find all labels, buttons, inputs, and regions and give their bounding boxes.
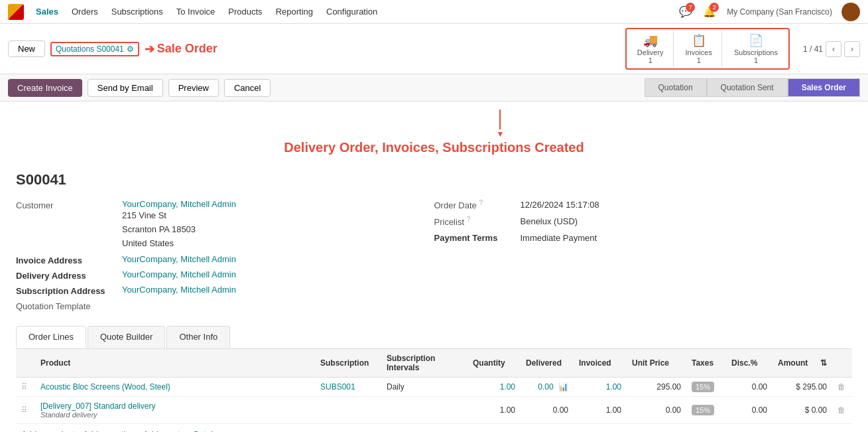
status-sales-order[interactable]: Sales Order bbox=[788, 78, 860, 97]
row1-delivered-value: 0.00 bbox=[538, 382, 553, 392]
customer-value[interactable]: YourCompany, Mitchell Admin bbox=[122, 199, 236, 209]
row2-invoiced: 1.00 bbox=[574, 397, 627, 424]
delete-icon[interactable]: 🗑 bbox=[837, 405, 845, 415]
address-line1: 215 Vine St bbox=[122, 209, 236, 223]
row2-subscription bbox=[315, 397, 381, 424]
nav-reporting[interactable]: Reporting bbox=[269, 0, 320, 24]
prev-page-button[interactable]: ‹ bbox=[826, 41, 841, 57]
form-grid: Customer YourCompany, Mitchell Admin 215… bbox=[16, 199, 852, 315]
col-header-invoiced: Invoiced bbox=[574, 349, 627, 378]
row2-product-link[interactable]: [Delivery_007] Standard delivery bbox=[40, 401, 310, 411]
toolbar-row: New Quotations S00041 ⚙ ➔ Sale Order 🚚 D… bbox=[0, 24, 868, 74]
row2-delete[interactable]: 🗑 bbox=[832, 397, 852, 424]
delivery-count: 1 bbox=[649, 56, 652, 64]
row2-quantity[interactable]: 1.00 bbox=[467, 397, 521, 424]
col-header-disc: Disc.% bbox=[726, 349, 773, 378]
delete-icon[interactable]: 🗑 bbox=[837, 382, 845, 392]
gear-icon[interactable]: ⚙ bbox=[127, 44, 134, 54]
cancel-button[interactable]: Cancel bbox=[224, 79, 271, 97]
payment-terms-value[interactable]: Immediate Payment bbox=[521, 233, 597, 243]
pagination: 1 / 41 ‹ › bbox=[803, 41, 860, 57]
pricelist-row: Pricelist ? Benelux (USD) bbox=[434, 216, 853, 227]
row2-sub-intervals bbox=[381, 397, 467, 424]
row1-amount: $ 295.00 bbox=[773, 378, 832, 397]
row2-amount: $ 0.00 bbox=[773, 397, 832, 424]
row2-handle[interactable]: ⠿ bbox=[16, 397, 35, 424]
sort-icon[interactable]: ⇅ bbox=[820, 358, 827, 368]
next-page-button[interactable]: › bbox=[844, 41, 860, 57]
invoices-label: Invoices bbox=[686, 48, 712, 56]
invoice-address-label: Invoice Address bbox=[16, 254, 122, 265]
sale-order-label: Sale Order bbox=[157, 42, 217, 56]
payment-terms-label: Payment Terms bbox=[434, 233, 521, 243]
create-invoice-button[interactable]: Create Invoice bbox=[8, 79, 82, 97]
nav-orders[interactable]: Orders bbox=[65, 0, 105, 24]
notifications-icon[interactable]: 🔔 2 bbox=[700, 3, 719, 21]
row1-tax-badge: 15% bbox=[692, 382, 714, 392]
row1-sub-link[interactable]: SUBS001 bbox=[320, 382, 355, 392]
row1-disc[interactable]: 0.00 bbox=[726, 378, 773, 397]
subscriptions-count: 1 bbox=[754, 56, 758, 64]
address-line2: Scranton PA 18503 bbox=[122, 223, 236, 237]
form-left: Customer YourCompany, Mitchell Admin 215… bbox=[16, 199, 434, 315]
row1-handle[interactable]: ⠿ bbox=[16, 378, 35, 397]
add-section-link[interactable]: Add a section bbox=[83, 429, 135, 432]
nav-sales[interactable]: Sales bbox=[29, 0, 65, 24]
chart-icon[interactable]: 📊 bbox=[558, 382, 568, 392]
subscription-address-value[interactable]: YourCompany, Mitchell Admin bbox=[122, 285, 236, 295]
col-header-amount: Amount ⇅ bbox=[773, 349, 832, 378]
user-avatar[interactable] bbox=[841, 3, 860, 21]
messages-icon[interactable]: 💬 7 bbox=[676, 3, 695, 21]
pricelist-value[interactable]: Benelux (USD) bbox=[521, 216, 578, 226]
tab-order-lines[interactable]: Order Lines bbox=[16, 326, 86, 348]
col-header-actions bbox=[832, 349, 852, 378]
messages-badge: 7 bbox=[686, 3, 695, 12]
breadcrumb[interactable]: Quotations S00041 ⚙ bbox=[50, 42, 139, 56]
subscriptions-icon: 📄 bbox=[749, 33, 763, 48]
tab-other-info[interactable]: Other Info bbox=[166, 326, 230, 348]
order-date-value[interactable]: 12/26/2024 15:17:08 bbox=[521, 200, 599, 210]
row2-disc[interactable]: 0.00 bbox=[726, 397, 773, 424]
add-product-link[interactable]: Add a product bbox=[21, 429, 75, 432]
row1-delivered: 0.00 📊 bbox=[521, 378, 574, 397]
row1-unit-price[interactable]: 295.00 bbox=[627, 378, 686, 397]
invoice-address-value[interactable]: YourCompany, Mitchell Admin bbox=[122, 254, 236, 264]
row1-sub-intervals: Daily bbox=[381, 378, 467, 397]
payment-terms-row: Payment Terms Immediate Payment bbox=[434, 233, 853, 243]
row1-product-link[interactable]: Acoustic Bloc Screens (Wood, Steel) bbox=[40, 382, 170, 392]
nav-configuration[interactable]: Configuration bbox=[320, 0, 384, 24]
catalog-link[interactable]: Catalog bbox=[193, 429, 223, 432]
row1-delete[interactable]: 🗑 bbox=[832, 378, 852, 397]
status-quotation-sent[interactable]: Quotation Sent bbox=[707, 78, 788, 97]
invoices-button[interactable]: 📋 Invoices 1 bbox=[676, 31, 722, 67]
new-button[interactable]: New bbox=[8, 40, 45, 57]
row2-taxes[interactable]: 15% bbox=[686, 397, 726, 424]
subscriptions-label: Subscriptions bbox=[734, 48, 778, 56]
odoo-logo[interactable] bbox=[8, 4, 24, 20]
row2-tax-badge: 15% bbox=[692, 405, 714, 415]
send-by-email-button[interactable]: Send by Email bbox=[88, 79, 163, 97]
add-note-link[interactable]: Add a note bbox=[143, 429, 185, 432]
pricelist-tooltip: ? bbox=[467, 216, 471, 223]
invoices-count: 1 bbox=[697, 56, 701, 64]
arrow-indicator: ➔ Sale Order bbox=[145, 42, 217, 56]
delivery-address-value[interactable]: YourCompany, Mitchell Admin bbox=[122, 269, 236, 279]
main-content: S00041 Customer YourCompany, Mitchell Ad… bbox=[0, 158, 868, 432]
company-name: My Company (San Francisco) bbox=[727, 7, 832, 17]
customer-label: Customer bbox=[16, 199, 122, 210]
status-quotation[interactable]: Quotation bbox=[645, 78, 707, 97]
nav-to-invoice[interactable]: To Invoice bbox=[170, 0, 222, 24]
preview-button[interactable]: Preview bbox=[168, 79, 219, 97]
delivery-button[interactable]: 🚚 Delivery 1 bbox=[628, 31, 674, 67]
delivery-icon: 🚚 bbox=[643, 33, 658, 48]
nav-subscriptions[interactable]: Subscriptions bbox=[105, 0, 170, 24]
order-date-label: Order Date ? bbox=[434, 199, 521, 210]
row1-taxes[interactable]: 15% bbox=[686, 378, 726, 397]
nav-products[interactable]: Products bbox=[221, 0, 269, 24]
right-icons: 💬 7 🔔 2 My Company (San Francisco) bbox=[676, 3, 860, 21]
row1-quantity[interactable]: 1.00 bbox=[467, 378, 521, 397]
tab-quote-builder[interactable]: Quote Builder bbox=[88, 326, 166, 348]
subscriptions-button[interactable]: 📄 Subscriptions 1 bbox=[725, 31, 787, 67]
table-header-row: Product Subscription Subscription Interv… bbox=[16, 349, 852, 378]
row2-unit-price[interactable]: 0.00 bbox=[627, 397, 686, 424]
